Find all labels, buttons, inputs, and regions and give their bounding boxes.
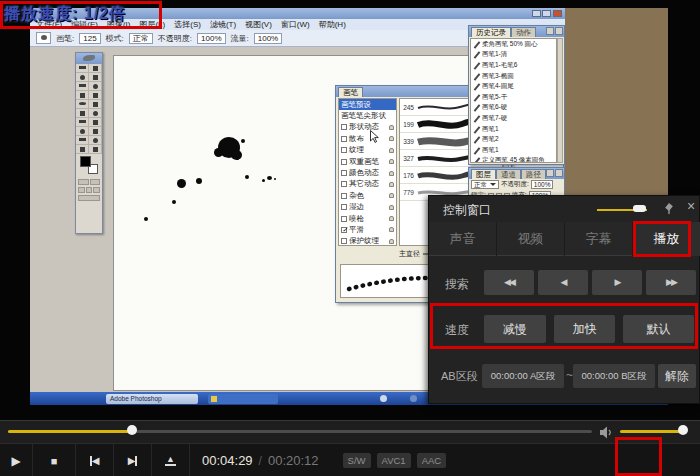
brush-option-row: 湿边 — [339, 202, 396, 213]
checkbox-icon — [341, 170, 347, 176]
ps-menu-item: 视图(V) — [245, 19, 272, 30]
seek-forward-button[interactable]: ▶ — [592, 270, 642, 295]
scrollbar — [557, 38, 563, 163]
lock-icon — [389, 239, 394, 244]
lock-icon — [389, 205, 394, 210]
close-icon[interactable]: × — [683, 198, 699, 214]
lock-icon — [389, 136, 394, 141]
palette-minimize-icon — [546, 27, 554, 35]
ab-tilde: ~ — [566, 368, 573, 382]
ps-menu-item: 帮助(H) — [319, 19, 346, 30]
seek-handle[interactable] — [127, 425, 137, 435]
brush-tool-icon — [473, 136, 480, 143]
lock-icon — [389, 125, 394, 130]
lock-icon — [389, 193, 394, 198]
brush-option-row: 保护纹理 — [339, 236, 396, 246]
checkbox-checked-icon — [341, 227, 347, 233]
brush-options-list: 画笔预设 画笔笔尖形状 形状动态 散布 纹理 双重画笔 颜色动态 其它动态 杂色… — [338, 98, 397, 246]
brush-preset-chip — [36, 32, 51, 44]
layers-palette-header: 图层 通道 路径 — [469, 168, 564, 179]
ink-blot — [214, 148, 223, 157]
flow-label: 流量: — [231, 33, 249, 44]
mode-label: 模式: — [106, 33, 124, 44]
master-diameter-label: 主直径 — [399, 249, 420, 259]
seek-back-long-button[interactable]: ◀◀ — [484, 270, 534, 295]
ps-toolbox — [75, 52, 103, 234]
player-window: 文件(F) 编辑(E) 图像(I) 图层(L) 选择(S) 滤镜(T) 视图(V… — [0, 0, 700, 476]
ink-blot — [267, 176, 272, 180]
decoder-badge: S/W — [343, 453, 371, 468]
tab-subtitle[interactable]: 字幕 — [565, 222, 633, 256]
ps-menu-item: 窗口(W) — [281, 19, 310, 30]
brush-option-row: 其它动态 — [339, 179, 396, 190]
ab-section-label: AB区段 — [441, 369, 478, 384]
play-button[interactable]: ▶ — [0, 444, 33, 476]
history-entry: 画笔1 — [471, 124, 556, 135]
volume-slider[interactable] — [620, 430, 682, 433]
next-button[interactable]: ▶ — [114, 444, 152, 476]
ab-point-a-button[interactable]: 00:00:00 A区段 — [482, 364, 564, 388]
brush-option-row: 纹理 — [339, 145, 396, 156]
brush-size-field: 125 — [79, 33, 100, 44]
brush-tool-icon — [473, 94, 480, 101]
brush-tool-icon — [473, 104, 480, 111]
history-list: 柔角画笔 50% 圆心 画笔1-清 画笔1-毛笔6 画笔3-椭圆 画笔4-圆尾 … — [470, 38, 557, 163]
tab-sound[interactable]: 声音 — [429, 222, 497, 256]
ps-menu-item: 滤镜(T) — [210, 19, 236, 30]
seek-forward-long-button[interactable]: ▶▶ — [646, 270, 696, 295]
history-entry: 画笔1-清 — [471, 50, 556, 61]
speed-default-button[interactable]: 默认 — [623, 315, 694, 343]
ink-blot — [144, 217, 148, 221]
history-entry: 画笔4-圆尾 — [471, 81, 556, 92]
brush-tool-icon — [473, 157, 480, 163]
channels-tab: 通道 — [496, 169, 521, 179]
eject-icon: ▲ — [165, 455, 176, 466]
blend-mode-select: 正常 — [471, 180, 499, 189]
taskbar-photoshop-button: Adobe Photoshop — [106, 394, 198, 404]
history-entry: 定义画笔 45 像素圆角 — [471, 156, 556, 163]
ab-release-button[interactable]: 解除 — [658, 364, 696, 388]
ps-logo-icon — [76, 53, 102, 64]
volume-handle[interactable] — [678, 425, 688, 435]
mouse-cursor-icon — [370, 130, 379, 143]
tab-play[interactable]: 播放 — [633, 222, 700, 256]
ink-blot — [172, 200, 176, 204]
brush-option-row: 喷枪 — [339, 213, 396, 224]
screen-mode-buttons — [76, 186, 102, 194]
layers-tab: 图层 — [471, 169, 496, 179]
lock-icon — [389, 182, 394, 187]
ab-point-b-button[interactable]: 00:00:00 B区段 — [573, 364, 655, 388]
history-entry: 柔角画笔 50% 圆心 — [471, 39, 556, 50]
history-entry: 画笔3-椭圆 — [471, 71, 556, 82]
seek-bar[interactable] — [8, 430, 592, 433]
panel-opacity-slider-handle[interactable] — [633, 205, 646, 212]
time-separator: / — [259, 454, 262, 468]
lock-icon — [389, 148, 394, 153]
brush-tool-icon — [473, 51, 480, 58]
brush-option-row: 颜色动态 — [339, 167, 396, 178]
ink-blot — [262, 179, 265, 182]
previous-button[interactable]: ◀ — [76, 444, 114, 476]
brush-tool-icon — [473, 126, 480, 133]
ink-blot — [177, 179, 186, 188]
open-eject-button[interactable]: ▲ — [152, 444, 190, 476]
stop-button[interactable]: ■ — [33, 444, 76, 476]
total-time: 00:20:12 — [268, 453, 319, 468]
control-window-tabs: 声音 视频 字幕 播放 — [429, 222, 700, 256]
ps-restore-button — [542, 10, 551, 17]
tab-video[interactable]: 视频 — [497, 222, 565, 256]
foreground-color-swatch — [80, 156, 91, 167]
speaker-icon[interactable] — [599, 426, 614, 439]
seek-back-button[interactable]: ◀ — [538, 270, 588, 295]
history-palette-header: 历史记录 动作 — [469, 26, 564, 37]
history-entry: 画笔6-硬 — [471, 103, 556, 114]
chevron-down-icon — [490, 183, 496, 186]
ink-blot — [196, 178, 202, 184]
pin-icon[interactable] — [663, 203, 675, 215]
speed-faster-button[interactable]: 加快 — [554, 315, 615, 343]
speed-slower-button[interactable]: 减慢 — [484, 315, 546, 343]
history-tab: 历史记录 — [471, 27, 511, 37]
brush-tool-icon — [473, 41, 480, 48]
brush-option-row: 平滑 — [339, 224, 396, 235]
brushes-tab: 画笔 — [338, 87, 363, 97]
